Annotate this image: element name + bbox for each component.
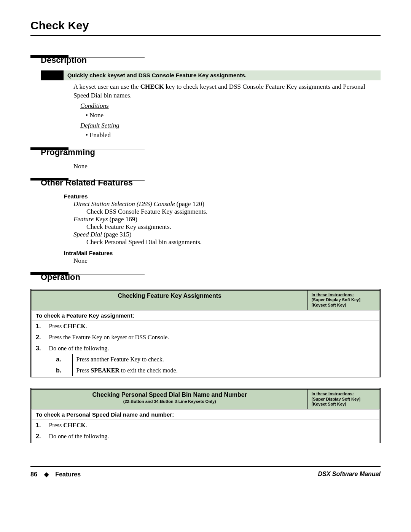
op-note: In these instructions: [Super Display So… bbox=[312, 391, 376, 407]
op-note-line2: [Super Display Soft Key] bbox=[312, 297, 360, 302]
table2-subhead: To check a Personal Speed Dial name and … bbox=[31, 409, 380, 420]
table-row: 1. Press CHECK. bbox=[31, 420, 380, 431]
desc-prefix: A keyset user can use the bbox=[73, 83, 140, 90]
feature-desc: Check Personal Speed Dial bin assignment… bbox=[86, 238, 381, 246]
feature-title: Speed Dial bbox=[73, 231, 102, 238]
row-num: 2. bbox=[31, 332, 45, 343]
callout-text: Quickly check keyset and DSS Console Fea… bbox=[64, 70, 381, 80]
footer-right: DSX Software Manual bbox=[318, 471, 381, 478]
section-other: Other Related Features bbox=[30, 178, 381, 188]
op-note-line1: In these instructions: bbox=[312, 391, 354, 396]
page-footer: 86 ◆ Features DSX Software Manual bbox=[30, 466, 381, 478]
row-text-post: . bbox=[86, 323, 87, 329]
table-row: 3. Do one of the following. bbox=[31, 343, 380, 354]
feature-page: (page 315) bbox=[102, 231, 131, 238]
table-row: 2. Do one of the following. bbox=[31, 431, 380, 443]
subrow-key: b. bbox=[45, 365, 72, 377]
row-text: Press bbox=[49, 422, 64, 428]
operation-table-1: Checking Feature Key Assignments In thes… bbox=[30, 289, 381, 377]
section-rule bbox=[30, 275, 145, 275]
features-label: Features bbox=[64, 193, 381, 200]
op-note: In these instructions: [Super Display So… bbox=[312, 292, 376, 308]
section-heading: Other Related Features bbox=[41, 178, 381, 188]
row-text: Press the Feature Key on keyset or DSS C… bbox=[49, 334, 169, 340]
section-rule bbox=[30, 58, 145, 58]
footer-section: Features bbox=[55, 471, 81, 478]
row-text: Do one of the following. bbox=[49, 345, 109, 351]
feature-title: Direct Station Selection (DSS) Console bbox=[73, 200, 175, 208]
row-text: Press bbox=[49, 323, 64, 329]
section-programming: Programming bbox=[30, 147, 381, 157]
op-note-line3: [Keyset Soft Key] bbox=[312, 402, 346, 406]
description-body: A keyset user can use the CHECK key to c… bbox=[73, 83, 381, 140]
section-description: Description bbox=[30, 55, 381, 65]
feature-desc: Check DSS Console Feature Key assignment… bbox=[86, 208, 381, 216]
operation-table-2: Checking Personal Speed Dial Bin Name an… bbox=[30, 388, 381, 443]
section-heading: Description bbox=[41, 55, 381, 65]
op-note-line1: In these instructions: bbox=[312, 292, 354, 297]
table1-title: Checking Feature Key Assignments bbox=[31, 290, 307, 310]
table2-subtitle: (22-Button and 34-Button 3-Line Keysets … bbox=[36, 399, 304, 404]
page-number: 86 bbox=[30, 471, 37, 478]
feature-desc: Check Feature Key assignments. bbox=[86, 223, 381, 231]
table-row: 2. Press the Feature Key on keyset or DS… bbox=[31, 332, 380, 343]
feature-page: (page 169) bbox=[108, 216, 137, 223]
section-operation: Operation bbox=[30, 272, 381, 282]
table-subrow: a. Press another Feature Key to check. bbox=[31, 354, 380, 365]
default-value: Enabled bbox=[86, 131, 381, 140]
subrow-text: Press bbox=[76, 367, 91, 374]
conditions-label: Conditions bbox=[80, 102, 381, 110]
callout-accent bbox=[41, 70, 64, 80]
subrow-text: Press another Feature Key to check. bbox=[76, 356, 164, 363]
table-row: 1. Press CHECK. bbox=[31, 321, 380, 332]
description-callout: Quickly check keyset and DSS Console Fea… bbox=[41, 70, 381, 80]
footer-left: 86 ◆ Features bbox=[30, 471, 81, 478]
table2-title-cell: Checking Personal Speed Dial Bin Name an… bbox=[31, 389, 307, 409]
subrow-post: to exit the check mode. bbox=[119, 367, 178, 374]
conditions-value: None bbox=[86, 111, 381, 120]
row-num: 2. bbox=[31, 431, 45, 443]
row-num: 3. bbox=[31, 343, 45, 354]
row-text: Do one of the following. bbox=[49, 433, 109, 439]
op-note-line3: [Keyset Soft Key] bbox=[312, 303, 346, 307]
feature-item: Feature Keys (page 169) Check Feature Ke… bbox=[73, 216, 381, 231]
row-bold: CHECK bbox=[63, 323, 86, 329]
default-label: Default Setting bbox=[80, 121, 381, 130]
section-heading: Programming bbox=[41, 147, 381, 157]
row-num: 1. bbox=[31, 420, 45, 431]
table1-subhead: To check a Feature Key assignment: bbox=[31, 310, 380, 321]
feature-title: Feature Keys bbox=[73, 216, 108, 223]
intramail-label: IntraMail Features bbox=[64, 250, 381, 256]
page-title: Check Key bbox=[30, 19, 381, 36]
row-post: . bbox=[86, 422, 87, 428]
row-bold: CHECK bbox=[63, 422, 86, 428]
footer-diamond: ◆ bbox=[44, 471, 49, 478]
table-subrow: b. Press SPEAKER to exit the check mode. bbox=[31, 365, 380, 377]
op-note-line2: [Super Display Soft Key] bbox=[312, 397, 360, 401]
feature-page: (page 120) bbox=[175, 200, 204, 208]
programming-body: None bbox=[73, 163, 381, 170]
section-rule bbox=[30, 150, 145, 150]
row-num: 1. bbox=[31, 321, 45, 332]
section-heading: Operation bbox=[41, 272, 381, 282]
feature-item: Direct Station Selection (DSS) Console (… bbox=[73, 200, 381, 216]
intramail-value: None bbox=[73, 257, 381, 265]
section-rule bbox=[30, 180, 145, 181]
table2-title: Checking Personal Speed Dial Bin Name an… bbox=[36, 391, 304, 398]
subrow-key: a. bbox=[45, 354, 72, 365]
subrow-bold: SPEAKER bbox=[91, 367, 119, 374]
desc-keyword: CHECK bbox=[140, 83, 164, 90]
feature-item: Speed Dial (page 315) Check Personal Spe… bbox=[73, 231, 381, 246]
